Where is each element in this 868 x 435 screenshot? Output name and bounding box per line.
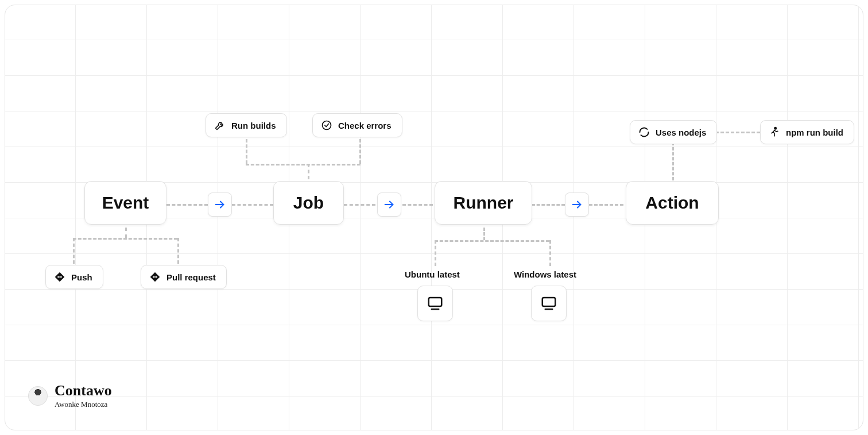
svg-rect-11 xyxy=(429,298,442,306)
chip-uses-nodejs[interactable]: Uses nodejs xyxy=(630,120,717,144)
node-job-label: Job xyxy=(293,193,324,213)
brand-text: Contawo Awonke Mnotoza xyxy=(55,383,112,408)
label-ubuntu: Ubuntu latest xyxy=(405,270,460,279)
connector xyxy=(73,238,177,240)
chip-check-errors[interactable]: Check errors xyxy=(312,113,402,137)
wrench-icon xyxy=(214,120,226,131)
chip-push[interactable]: Push xyxy=(45,265,103,289)
node-runner[interactable]: Runner xyxy=(435,181,532,225)
connector xyxy=(344,204,375,206)
svg-rect-6 xyxy=(59,276,61,277)
connector xyxy=(308,164,309,179)
arrow-runner-action xyxy=(565,193,589,217)
connector xyxy=(125,228,127,238)
label-windows: Windows latest xyxy=(514,270,576,279)
connector xyxy=(435,240,549,242)
monitor-icon xyxy=(427,295,444,312)
git-diamond-icon xyxy=(149,271,161,283)
chip-push-label: Push xyxy=(71,272,92,282)
node-runner-label: Runner xyxy=(454,193,514,213)
svg-rect-9 xyxy=(154,276,157,277)
node-event[interactable]: Event xyxy=(84,181,166,225)
refresh-icon xyxy=(638,126,650,138)
diagram-frame: Event Job Runner Action Run builds Ch xyxy=(5,5,863,430)
connector xyxy=(483,228,485,240)
git-diamond-icon xyxy=(54,271,65,283)
connector xyxy=(435,240,436,266)
connector xyxy=(359,139,361,164)
author-brand: Contawo Awonke Mnotoza xyxy=(28,383,112,408)
connector xyxy=(166,204,208,206)
connector xyxy=(177,238,179,264)
node-event-label: Event xyxy=(102,193,149,213)
connector xyxy=(402,204,433,206)
node-action[interactable]: Action xyxy=(626,181,719,225)
connector xyxy=(246,139,247,164)
card-ubuntu[interactable] xyxy=(417,286,453,321)
chip-pull-request-label: Pull request xyxy=(166,272,216,282)
arrow-right-icon xyxy=(571,198,583,211)
brand-subtitle: Awonke Mnotoza xyxy=(55,401,112,408)
chip-uses-nodejs-label: Uses nodejs xyxy=(656,128,706,137)
arrow-event-job xyxy=(208,193,232,217)
svg-rect-13 xyxy=(542,298,556,306)
arrow-job-runner xyxy=(377,193,401,217)
connector xyxy=(589,204,623,206)
monitor-icon xyxy=(540,295,557,312)
chip-npm-run-build[interactable]: npm run build xyxy=(760,120,854,144)
connector xyxy=(672,142,674,180)
canvas: Event Job Runner Action Run builds Ch xyxy=(5,5,863,430)
check-circle-icon xyxy=(321,120,332,131)
chip-run-builds-label: Run builds xyxy=(231,121,276,130)
chip-run-builds[interactable]: Run builds xyxy=(206,113,287,137)
card-windows[interactable] xyxy=(531,286,567,321)
connector xyxy=(532,204,565,206)
chip-check-errors-label: Check errors xyxy=(338,121,392,130)
connector xyxy=(715,132,760,133)
connector xyxy=(549,240,551,266)
arrow-right-icon xyxy=(214,198,226,211)
svg-point-3 xyxy=(323,121,331,130)
chip-npm-run-build-label: npm run build xyxy=(786,128,843,137)
connector xyxy=(246,164,361,165)
node-job[interactable]: Job xyxy=(273,181,344,225)
node-action-label: Action xyxy=(645,193,699,213)
chip-pull-request[interactable]: Pull request xyxy=(141,265,227,289)
svg-point-10 xyxy=(774,128,776,129)
brand-name: Contawo xyxy=(55,383,112,398)
avatar xyxy=(28,386,48,406)
arrow-right-icon xyxy=(383,198,396,211)
connector xyxy=(232,204,273,206)
connector xyxy=(73,238,75,264)
run-person-icon xyxy=(769,126,780,138)
